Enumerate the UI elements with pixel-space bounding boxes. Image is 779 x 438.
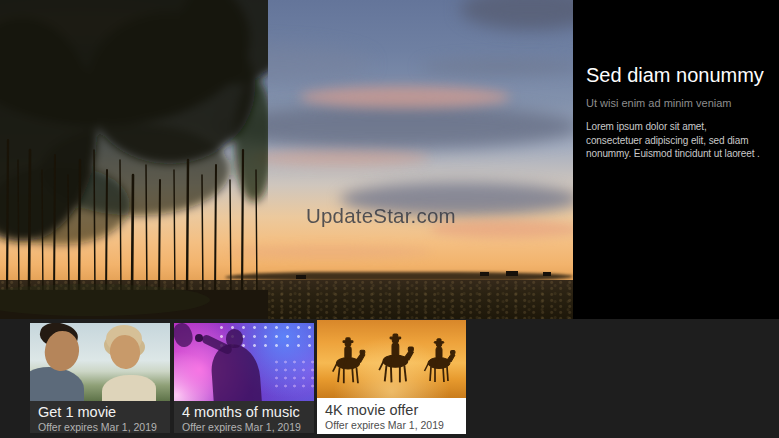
card-label: Get 1 movie Offer expires Mar 1, 2019 — [30, 401, 170, 433]
poplar-grove — [0, 0, 268, 319]
offer-card-4-months-of-music[interactable]: 4 months of music Offer expires Mar 1, 2… — [174, 323, 314, 433]
card-subtitle: Offer expires Mar 1, 2019 — [182, 421, 306, 433]
singer-silhouette — [210, 342, 262, 401]
cloud — [300, 86, 510, 108]
offer-card-4k-movie[interactable]: 4K movie offer Offer expires Mar 1, 2019 — [317, 320, 466, 434]
offer-card-get-1-movie[interactable]: Get 1 movie Offer expires Mar 1, 2019 — [30, 323, 170, 433]
father-and-son-photo — [30, 323, 170, 401]
tv-home-screen: UpdateStar.com — [0, 0, 779, 438]
hand-silhouette — [174, 323, 195, 349]
boy-silhouette — [102, 375, 156, 401]
info-subtitle: Ut wisi enim ad minim veniam — [586, 97, 771, 109]
distant-object — [480, 272, 489, 276]
card-label: 4K movie offer Offer expires Mar 1, 2019 — [317, 398, 466, 434]
three-horsemen-photo — [317, 320, 466, 398]
offers-row: Get 1 movie Offer expires Mar 1, 2019 4 … — [0, 319, 779, 438]
distant-object — [543, 272, 551, 276]
card-title: 4 months of music — [182, 404, 306, 421]
distant-object — [296, 275, 306, 279]
card-title: 4K movie offer — [325, 402, 458, 419]
card-title: Get 1 movie — [38, 404, 162, 421]
horsemen-silhouettes — [317, 320, 466, 398]
info-panel: Sed diam nonummy Ut wisi enim ad minim v… — [573, 0, 779, 319]
man-silhouette — [30, 367, 84, 401]
card-subtitle: Offer expires Mar 1, 2019 — [325, 419, 458, 431]
cloud — [420, 58, 573, 76]
hero-image: UpdateStar.com — [0, 0, 573, 319]
card-subtitle: Offer expires Mar 1, 2019 — [38, 421, 162, 433]
cloud — [250, 150, 430, 166]
distant-object — [506, 271, 518, 276]
microphone-silhouette — [195, 334, 203, 342]
info-body: Lorem ipsum dolor sit amet, consectetuer… — [586, 120, 763, 161]
concert-singer-photo — [174, 323, 314, 401]
info-title: Sed diam nonummy — [586, 64, 771, 87]
stage-lights — [272, 358, 314, 389]
card-label: 4 months of music Offer expires Mar 1, 2… — [174, 401, 314, 433]
watermark-text: UpdateStar.com — [306, 204, 456, 228]
